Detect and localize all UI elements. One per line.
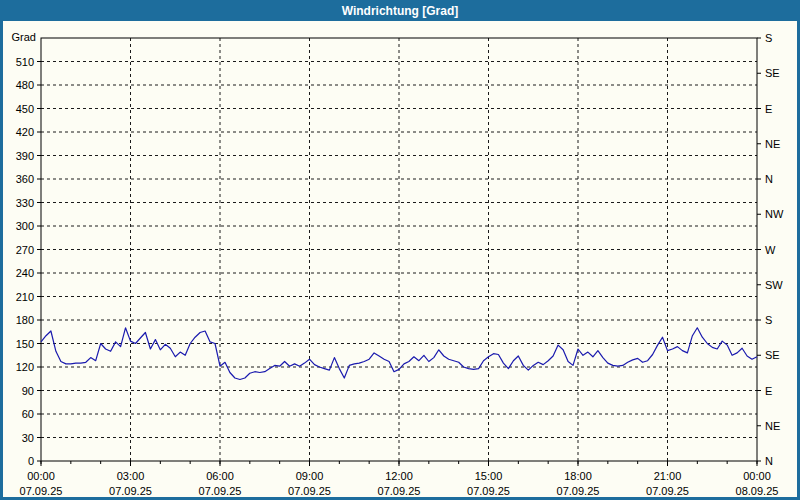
compass-tick-label: SE bbox=[765, 349, 780, 361]
x-time-label: 21:00 bbox=[654, 470, 682, 482]
x-time-label: 00:00 bbox=[27, 470, 55, 482]
x-date-label: 07.09.25 bbox=[378, 485, 421, 497]
gridlines bbox=[41, 38, 757, 461]
y-tick-label: 210 bbox=[16, 291, 34, 303]
y-tick-label: 120 bbox=[16, 361, 34, 373]
x-date-label: 08.09.25 bbox=[736, 485, 779, 497]
compass-tick-label: N bbox=[765, 173, 773, 185]
window-titlebar: Windrichtung [Grad] bbox=[0, 0, 800, 21]
chart-area: 0306090120150180210240270300330360390420… bbox=[3, 21, 797, 497]
y-tick-label: 150 bbox=[16, 338, 34, 350]
x-time-label: 12:00 bbox=[385, 470, 413, 482]
wind-direction-chart: 0306090120150180210240270300330360390420… bbox=[3, 21, 797, 497]
y-tick-label: 510 bbox=[16, 56, 34, 68]
compass-tick-label: SE bbox=[765, 67, 780, 79]
compass-tick-label: S bbox=[765, 32, 772, 44]
x-date-label: 07.09.25 bbox=[557, 485, 600, 497]
compass-tick-label: N bbox=[765, 455, 773, 467]
y-axis-title: Grad bbox=[12, 31, 36, 43]
x-axis: 00:0007.09.2503:0007.09.2506:0007.09.250… bbox=[20, 461, 779, 497]
compass-tick-label: NE bbox=[765, 420, 780, 432]
x-time-label: 06:00 bbox=[206, 470, 234, 482]
y-tick-label: 270 bbox=[16, 244, 34, 256]
y-tick-label: 240 bbox=[16, 267, 34, 279]
compass-tick-label: NE bbox=[765, 138, 780, 150]
x-date-label: 07.09.25 bbox=[20, 485, 63, 497]
x-date-label: 07.09.25 bbox=[199, 485, 242, 497]
y-tick-label: 180 bbox=[16, 314, 34, 326]
y-tick-label: 300 bbox=[16, 220, 34, 232]
x-date-label: 07.09.25 bbox=[288, 485, 331, 497]
x-time-label: 18:00 bbox=[564, 470, 592, 482]
compass-tick-label: NW bbox=[765, 208, 784, 220]
y-tick-label: 420 bbox=[16, 126, 34, 138]
y-axis-left: 0306090120150180210240270300330360390420… bbox=[12, 31, 41, 467]
y-tick-label: 60 bbox=[22, 408, 34, 420]
y-tick-label: 450 bbox=[16, 103, 34, 115]
y-tick-label: 0 bbox=[28, 455, 34, 467]
x-time-label: 09:00 bbox=[296, 470, 324, 482]
compass-tick-label: SW bbox=[765, 279, 783, 291]
wind-direction-line bbox=[41, 328, 757, 380]
y-tick-label: 90 bbox=[22, 385, 34, 397]
x-date-label: 07.09.25 bbox=[109, 485, 152, 497]
y-tick-label: 480 bbox=[16, 79, 34, 91]
window-title: Windrichtung [Grad] bbox=[342, 4, 459, 18]
x-time-label: 00:00 bbox=[743, 470, 771, 482]
y-axis-right: NNEESESSWWNWNNEESES bbox=[757, 32, 784, 467]
x-time-label: 15:00 bbox=[475, 470, 503, 482]
app-window: Windrichtung [Grad] 03060901201501802102… bbox=[0, 0, 800, 500]
compass-tick-label: E bbox=[765, 385, 772, 397]
y-tick-label: 330 bbox=[16, 197, 34, 209]
y-tick-label: 30 bbox=[22, 432, 34, 444]
compass-tick-label: E bbox=[765, 103, 772, 115]
data-series bbox=[41, 328, 757, 380]
compass-tick-label: W bbox=[765, 244, 776, 256]
y-tick-label: 390 bbox=[16, 150, 34, 162]
x-date-label: 07.09.25 bbox=[467, 485, 510, 497]
y-tick-label: 360 bbox=[16, 173, 34, 185]
x-time-label: 03:00 bbox=[117, 470, 145, 482]
x-date-label: 07.09.25 bbox=[646, 485, 689, 497]
compass-tick-label: S bbox=[765, 314, 772, 326]
